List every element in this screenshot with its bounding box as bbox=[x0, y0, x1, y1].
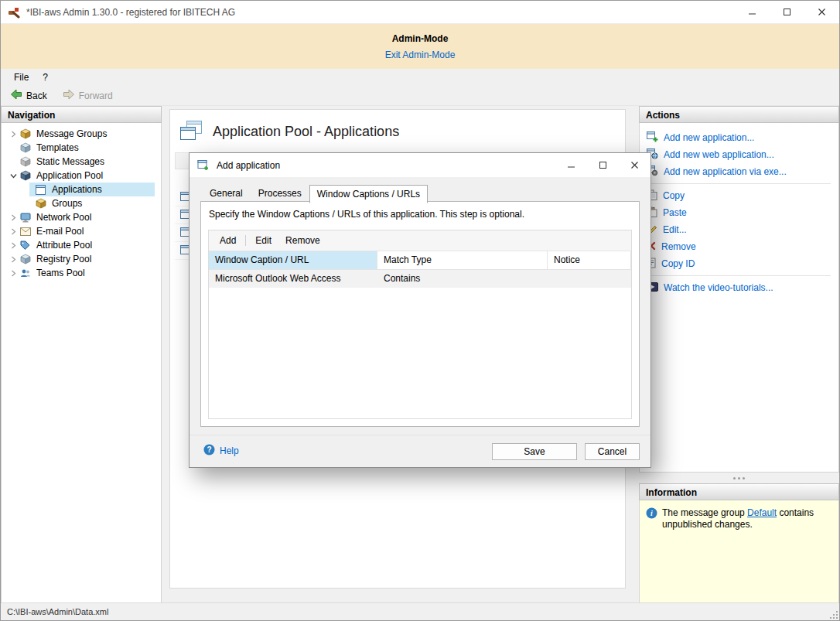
admin-mode-banner: Admin-Mode Exit Admin-Mode bbox=[1, 24, 839, 69]
actions-separator bbox=[647, 183, 831, 184]
groups-icon bbox=[36, 198, 48, 209]
static-messages-icon bbox=[20, 156, 32, 167]
captions-list: Add Edit Remove Window Caption / URL Mat… bbox=[208, 230, 632, 419]
navigation-panel: Navigation Message Groups Templates bbox=[1, 106, 162, 604]
dialog-titlebar: Add application bbox=[190, 153, 650, 177]
chevron-right-icon[interactable] bbox=[6, 214, 20, 221]
sidebar-item-label: Static Messages bbox=[36, 156, 104, 167]
sidebar-item-groups[interactable]: Groups bbox=[29, 196, 155, 210]
action-label: Remove bbox=[661, 241, 696, 252]
sidebar-item-label: Message Groups bbox=[36, 128, 107, 139]
action-remove[interactable]: Remove bbox=[640, 238, 838, 255]
network-pool-icon bbox=[20, 213, 32, 223]
email-pool-icon bbox=[20, 227, 32, 236]
titlebar: *IBI-aws Admin 1.30.0 - registered for I… bbox=[1, 1, 839, 24]
admin-mode-title: Admin-Mode bbox=[1, 24, 839, 44]
info-default-link[interactable]: Default bbox=[747, 507, 777, 518]
action-label: Add new web application... bbox=[664, 149, 774, 160]
sidebar-item-label: Attribute Pool bbox=[36, 240, 92, 251]
action-copy-id[interactable]: Copy ID bbox=[640, 255, 838, 272]
cancel-button[interactable]: Cancel bbox=[585, 443, 640, 460]
forward-button[interactable]: Forward bbox=[56, 86, 119, 105]
sidebar-item-application-pool[interactable]: Application Pool bbox=[2, 169, 161, 183]
sidebar-item-label: Registry Pool bbox=[36, 254, 91, 264]
edit-caption-button[interactable]: Edit bbox=[248, 232, 278, 249]
add-application-dialog: Add application General Processes Window… bbox=[189, 152, 651, 468]
dialog-icon bbox=[197, 159, 210, 172]
tab-processes[interactable]: Processes bbox=[251, 184, 309, 203]
column-header-notice[interactable]: Notice bbox=[548, 251, 631, 269]
information-panel: i The message group Default contains unp… bbox=[639, 500, 839, 604]
statusbar-path: C:\IBI-aws\Admin\Data.xml bbox=[7, 607, 108, 616]
info-text: The message group bbox=[662, 507, 747, 518]
help-label: Help bbox=[220, 445, 239, 456]
sidebar-item-templates[interactable]: Templates bbox=[2, 141, 161, 155]
resize-grip[interactable] bbox=[828, 609, 838, 619]
sidebar-item-applications[interactable]: Applications bbox=[29, 183, 155, 196]
minimize-button[interactable] bbox=[735, 1, 770, 23]
action-paste[interactable]: Paste bbox=[640, 204, 838, 221]
caption-table-row[interactable]: Microsoft Outlook Web Access Contains bbox=[209, 270, 631, 288]
back-button[interactable]: Back bbox=[4, 86, 53, 105]
navigation-header: Navigation bbox=[1, 106, 162, 123]
cell-match-type: Contains bbox=[377, 270, 548, 288]
exit-admin-mode-link[interactable]: Exit Admin-Mode bbox=[385, 49, 456, 60]
dialog-maximize-button[interactable] bbox=[587, 153, 619, 177]
chevron-right-icon[interactable] bbox=[6, 270, 20, 277]
captions-table-header: Window Caption / URL Match Type Notice bbox=[209, 251, 631, 270]
menu-file[interactable]: File bbox=[7, 70, 36, 85]
dialog-close-button[interactable] bbox=[619, 153, 650, 177]
sidebar-item-label: Network Pool bbox=[36, 212, 91, 223]
action-copy[interactable]: Copy bbox=[640, 187, 838, 204]
action-add-application-via-exe[interactable]: Add new application via exe... bbox=[640, 163, 838, 180]
sidebar-item-label: Application Pool bbox=[36, 170, 103, 181]
svg-text:?: ? bbox=[207, 445, 211, 454]
sidebar-item-network-pool[interactable]: Network Pool bbox=[2, 210, 161, 224]
tab-window-captions-urls[interactable]: Window Captions / URLs bbox=[309, 185, 428, 203]
dialog-description: Specify the Window Captions / URLs of th… bbox=[201, 202, 639, 220]
tab-general[interactable]: General bbox=[202, 184, 251, 203]
dialog-minimize-button[interactable] bbox=[555, 153, 587, 177]
chevron-right-icon[interactable] bbox=[6, 228, 20, 235]
panel-splitter[interactable] bbox=[639, 473, 839, 483]
action-label: Watch the video-tutorials... bbox=[664, 282, 773, 293]
sidebar-item-attribute-pool[interactable]: Attribute Pool bbox=[2, 238, 161, 252]
sidebar-item-label: Teams Pool bbox=[36, 268, 85, 278]
help-icon: ? bbox=[203, 444, 215, 458]
sidebar-item-label: Templates bbox=[36, 142, 79, 153]
action-add-new-web-application[interactable]: Add new web application... bbox=[640, 146, 838, 163]
help-link[interactable]: ? Help bbox=[203, 444, 239, 458]
action-add-new-application[interactable]: Add new application... bbox=[640, 129, 838, 146]
captions-list-toolbar: Add Edit Remove bbox=[209, 230, 631, 251]
back-icon bbox=[10, 88, 22, 103]
chevron-right-icon[interactable] bbox=[6, 131, 20, 138]
chevron-right-icon[interactable] bbox=[6, 256, 20, 263]
sidebar-item-teams-pool[interactable]: Teams Pool bbox=[2, 266, 161, 280]
action-label: Copy ID bbox=[661, 258, 695, 269]
sidebar-item-message-groups[interactable]: Message Groups bbox=[2, 127, 161, 141]
close-button[interactable] bbox=[804, 1, 839, 23]
sidebar-item-label: Groups bbox=[52, 198, 82, 209]
action-watch-video-tutorials[interactable]: Watch the video-tutorials... bbox=[640, 279, 838, 296]
tab-page-window-captions: Specify the Window Captions / URLs of th… bbox=[200, 201, 640, 427]
sidebar-item-registry-pool[interactable]: Registry Pool bbox=[2, 252, 161, 266]
menubar: File ? bbox=[7, 69, 839, 86]
remove-caption-button[interactable]: Remove bbox=[278, 232, 327, 249]
sidebar-item-email-pool[interactable]: E-mail Pool bbox=[2, 224, 161, 238]
column-header-match-type[interactable]: Match Type bbox=[377, 251, 548, 269]
save-button[interactable]: Save bbox=[492, 443, 577, 460]
column-header-window-caption-url[interactable]: Window Caption / URL bbox=[209, 251, 377, 269]
action-edit[interactable]: Edit... bbox=[640, 221, 838, 238]
action-label: Add new application via exe... bbox=[664, 166, 787, 177]
statusbar: C:\IBI-aws\Admin\Data.xml bbox=[1, 602, 839, 620]
message-groups-icon bbox=[20, 128, 32, 139]
sidebar-item-static-messages[interactable]: Static Messages bbox=[2, 155, 161, 169]
dialog-footer: ? Help Save Cancel bbox=[190, 435, 650, 467]
chevron-right-icon[interactable] bbox=[6, 242, 20, 249]
chevron-down-icon[interactable] bbox=[6, 172, 20, 179]
add-caption-button[interactable]: Add bbox=[213, 232, 243, 249]
forward-label: Forward bbox=[79, 90, 113, 101]
back-label: Back bbox=[26, 90, 47, 101]
menu-help[interactable]: ? bbox=[36, 70, 55, 85]
maximize-button[interactable] bbox=[770, 1, 804, 23]
